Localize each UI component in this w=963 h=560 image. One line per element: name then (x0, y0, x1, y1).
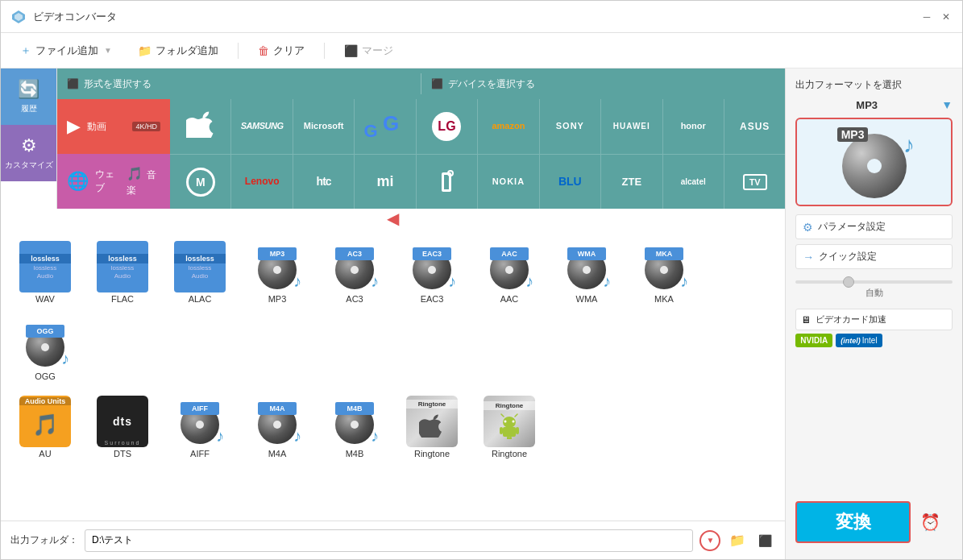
device-zte[interactable]: ZTE (601, 155, 662, 209)
format-alac[interactable]: lossless lossless Audio ALAC (164, 236, 236, 309)
svg-line-7 (515, 414, 517, 417)
format-flac[interactable]: lossless lossless Audio FLAC (86, 236, 159, 309)
device-nokia[interactable]: NOKIA (478, 155, 539, 209)
settings-icon: ⚙ (803, 221, 813, 234)
format-wav[interactable]: lossless lossless Audio WAV (9, 236, 81, 309)
svg-rect-11 (507, 437, 509, 439)
nvidia-badge[interactable]: NVIDIA (795, 334, 832, 347)
device-xiaomi[interactable]: mi (355, 155, 416, 209)
format-mp3[interactable]: MP3 ♪ MP3 (241, 236, 313, 309)
format-wma[interactable]: WMA ♪ WMA (550, 236, 623, 309)
device-htc[interactable]: htc (293, 155, 355, 209)
device-sony[interactable]: SONY (540, 99, 601, 154)
format-grid: lossless lossless Audio WAV lossless los… (1, 228, 785, 521)
web-type-item[interactable]: 🌐 ウェブ 🎵 音楽 (57, 154, 170, 209)
customize-icon: ⚙ (21, 135, 37, 156)
device-microsoft[interactable]: Microsoft (293, 99, 355, 154)
svg-rect-8 (503, 427, 516, 437)
gpu-icon: 🖥 (801, 314, 811, 326)
device-tv[interactable]: TV (724, 155, 785, 209)
format-ringtone-apple[interactable]: Ringtone Ringtone (396, 391, 468, 463)
format-m4a[interactable]: M4A ♪ M4A (241, 391, 313, 463)
svg-rect-9 (500, 427, 503, 434)
gpu-acceleration-button[interactable]: 🖥 ビデオカード加速 (795, 309, 953, 330)
merge-button[interactable]: ⬛ マージ (338, 40, 400, 61)
clear-button[interactable]: 🗑 クリア (251, 40, 311, 61)
svg-line-6 (501, 414, 504, 417)
alarm-button[interactable]: ⏰ (917, 509, 943, 535)
svg-rect-12 (509, 437, 512, 439)
audio-label: 🎵 音楽 (127, 166, 160, 197)
format-eac3[interactable]: EAC3 ♪ EAC3 (396, 236, 468, 309)
path-folder-button[interactable]: 📁 (727, 530, 748, 551)
path-label: 出力フォルダ： (10, 533, 78, 547)
device-amazon[interactable]: amazon (478, 99, 539, 154)
video-type-item[interactable]: ▶ 動画 4K/HD (57, 99, 170, 154)
tab-format[interactable]: ⬛ 形式を選択する (57, 68, 421, 99)
sidebar-item-customize[interactable]: ⚙ カスタマイズ (1, 125, 56, 181)
video-icon: ▶ (67, 116, 81, 137)
device-motorola[interactable]: M (170, 155, 231, 209)
param-settings-button[interactable]: ⚙ パラメータ設定 (795, 214, 953, 239)
intel-badge[interactable]: (intel) Intel (836, 334, 882, 347)
history-icon: 🔄 (18, 79, 39, 100)
sidebar-item-history[interactable]: 🔄 履歴 (1, 68, 56, 125)
device-google[interactable]: Google G (355, 99, 416, 154)
minimize-button[interactable]: ─ (920, 10, 933, 23)
tab-device[interactable]: ⬛ デバイスを選択する (421, 68, 785, 99)
folder-icon: 📁 (138, 44, 152, 57)
path-input[interactable] (85, 529, 693, 552)
path-action-button[interactable]: ⬛ (754, 530, 775, 551)
merge-icon: ⬛ (344, 44, 358, 57)
svg-rect-10 (516, 427, 519, 434)
quick-settings-button[interactable]: → クイック設定 (795, 244, 953, 269)
add-file-button[interactable]: ＋ ファイル追加 ▼ (14, 40, 118, 61)
device-huawei[interactable]: HUAWEI (601, 99, 662, 154)
plus-icon: ＋ (20, 44, 31, 58)
arrow-row: ◀ (1, 209, 785, 228)
web-icon: 🌐 (67, 171, 89, 192)
selected-format-label: MP3 (795, 99, 938, 111)
window-title: ビデオコンバータ (33, 10, 920, 24)
device-lg[interactable]: LG (417, 99, 478, 154)
speed-slider[interactable]: 自動 (795, 280, 953, 299)
output-format-title: 出力フォーマットを選択 (795, 78, 953, 92)
device-blu[interactable]: BLU (540, 155, 601, 209)
mp3-preview: MP3 ♪ (795, 118, 953, 206)
format-aac[interactable]: AAC ♪ AAC (473, 236, 546, 309)
app-icon (10, 9, 27, 25)
arrow-left-icon: ◀ (387, 209, 399, 228)
hd-badge: 4K/HD (132, 122, 160, 131)
format-ac3[interactable]: AC3 ♪ AC3 (318, 236, 391, 309)
format-ogg[interactable]: OGG ♪ OGG (9, 313, 81, 386)
format-au[interactable]: Audio Units 🎵 AU (9, 391, 81, 463)
device-apple[interactable] (170, 99, 231, 154)
format-aiff[interactable]: AIFF ♪ AIFF (164, 391, 236, 463)
format-dropdown-arrow[interactable]: ▼ (941, 98, 953, 111)
device-alcatel[interactable]: alcatel (663, 155, 724, 209)
device-tab-icon: ⬛ (431, 78, 443, 89)
format-dts[interactable]: dts Surround DTS (86, 391, 159, 463)
dropdown-arrow-icon[interactable]: ▼ (104, 46, 112, 55)
svg-point-4 (504, 420, 507, 422)
trash-icon: 🗑 (258, 44, 269, 57)
device-asus[interactable]: ASUS (724, 99, 785, 154)
device-oneplus[interactable] (417, 155, 478, 209)
path-dropdown-button[interactable]: ▼ (699, 530, 720, 551)
quick-icon: → (803, 251, 814, 263)
convert-button[interactable]: 変換 (795, 501, 911, 543)
format-m4b[interactable]: M4B ♪ M4B (318, 391, 391, 463)
web-label: ウェブ (95, 168, 120, 195)
svg-point-5 (513, 420, 515, 422)
add-folder-button[interactable]: 📁 フォルダ追加 (131, 40, 225, 61)
close-button[interactable]: ✕ (940, 10, 953, 23)
format-ringtone-android[interactable]: Ringtone (473, 391, 546, 463)
video-label: 動画 (87, 120, 106, 134)
format-mka[interactable]: MKA ♪ MKA (628, 236, 700, 309)
format-tab-icon: ⬛ (67, 78, 79, 89)
toolbar-divider2 (324, 43, 325, 59)
device-samsung[interactable]: SAMSUNG (231, 99, 293, 154)
device-lenovo[interactable]: Lenovo (231, 155, 293, 209)
device-honor[interactable]: honor (663, 99, 724, 154)
toolbar-divider (238, 43, 239, 59)
